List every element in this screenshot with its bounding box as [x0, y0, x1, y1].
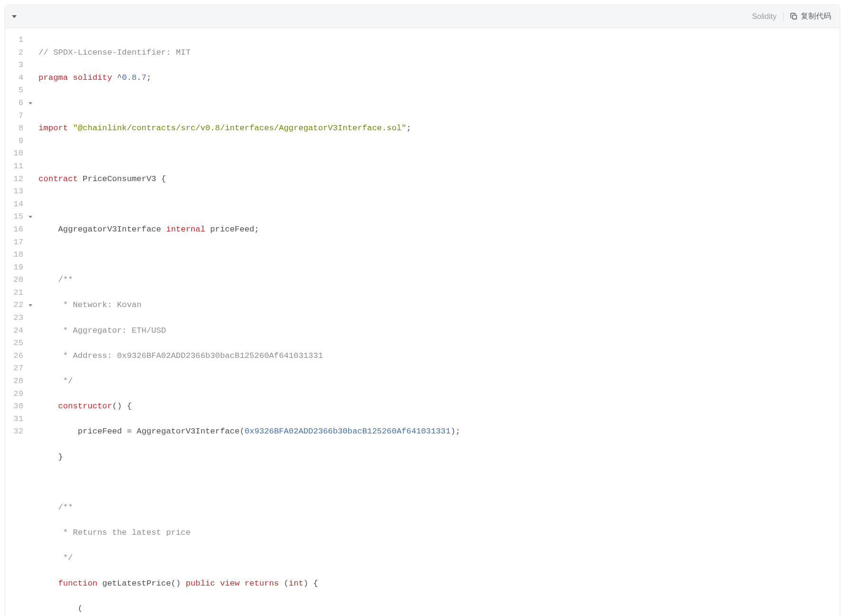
line-number: 21 — [10, 287, 24, 299]
code-line: /** — [39, 501, 840, 514]
line-number: 2 — [10, 47, 24, 59]
header-left — [12, 15, 17, 18]
code-line: ( — [39, 603, 840, 616]
code-line: function getLatestPrice() public view re… — [39, 578, 840, 590]
line-number: 4 — [10, 72, 24, 85]
code-body: 1 2 3 4 5 6 7 8 9 10 11 12 13 14 15 16 1… — [5, 28, 840, 616]
code-line: */ — [39, 375, 840, 388]
code-line: contract PriceConsumerV3 { — [39, 173, 840, 186]
header-right: Solidity 复制代码 — [752, 11, 831, 21]
line-number: 24 — [10, 325, 24, 337]
copy-button[interactable]: 复制代码 — [790, 11, 831, 21]
code-line — [39, 147, 840, 160]
code-line: // SPDX-License-Identifier: MIT — [39, 47, 840, 59]
line-number: 19 — [10, 261, 24, 274]
line-number: 20 — [10, 274, 24, 287]
line-number: 14 — [10, 198, 24, 211]
line-number: 31 — [10, 413, 24, 426]
line-number: 30 — [10, 400, 24, 413]
line-number: 11 — [10, 160, 24, 173]
line-number: 25 — [10, 337, 24, 350]
line-number: 18 — [10, 249, 24, 261]
line-number: 27 — [10, 362, 24, 375]
line-number: 29 — [10, 388, 24, 401]
language-label: Solidity — [752, 12, 777, 21]
fold-marker-icon[interactable] — [29, 216, 32, 218]
line-number: 9 — [10, 135, 24, 148]
line-number: 26 — [10, 350, 24, 363]
code-content[interactable]: // SPDX-License-Identifier: MIT pragma s… — [35, 34, 840, 616]
line-number: 3 — [10, 59, 24, 72]
code-line — [39, 476, 840, 489]
line-number: 8 — [10, 122, 24, 135]
copy-icon — [790, 13, 797, 20]
line-number: 1 — [10, 34, 24, 47]
fold-marker-icon[interactable] — [29, 304, 32, 307]
code-line: import "@chainlink/contracts/src/v0.8/in… — [39, 122, 840, 135]
line-number: 13 — [10, 185, 24, 198]
code-line: * Network: Kovan — [39, 299, 840, 312]
code-line: pragma solidity ^0.8.7; — [39, 72, 840, 85]
code-line: * Returns the latest price — [39, 527, 840, 539]
fold-marker-icon[interactable] — [29, 102, 32, 105]
divider — [783, 12, 784, 21]
fold-column — [26, 34, 35, 616]
code-line: * Address: 0x9326BFA02ADD2366b30bacB1252… — [39, 350, 840, 363]
code-line: AggregatorV3Interface internal priceFeed… — [39, 223, 840, 236]
line-number-gutter: 1 2 3 4 5 6 7 8 9 10 11 12 13 14 15 16 1… — [5, 34, 26, 616]
line-number: 32 — [10, 425, 24, 438]
line-number: 16 — [10, 223, 24, 236]
code-line — [39, 249, 840, 261]
line-number: 22 — [10, 299, 24, 312]
line-number: 17 — [10, 236, 24, 249]
code-line: } — [39, 451, 840, 464]
code-line: priceFeed = AggregatorV3Interface(0x9326… — [39, 425, 840, 438]
code-header: Solidity 复制代码 — [5, 5, 840, 28]
dropdown-icon[interactable] — [12, 15, 17, 18]
line-number: 15 — [10, 211, 24, 223]
line-number: 10 — [10, 147, 24, 160]
code-line — [39, 198, 840, 211]
code-line: */ — [39, 552, 840, 565]
code-block: Solidity 复制代码 1 2 3 4 5 6 7 8 9 10 11 12… — [5, 5, 840, 616]
line-number: 23 — [10, 312, 24, 325]
copy-label: 复制代码 — [801, 11, 831, 21]
line-number: 5 — [10, 84, 24, 97]
line-number: 7 — [10, 110, 24, 123]
line-number: 6 — [10, 97, 24, 110]
code-line: /** — [39, 274, 840, 287]
code-line — [39, 97, 840, 110]
line-number: 28 — [10, 375, 24, 388]
code-line: constructor() { — [39, 400, 840, 413]
code-line: * Aggregator: ETH/USD — [39, 325, 840, 337]
line-number: 12 — [10, 173, 24, 186]
svg-rect-0 — [793, 15, 796, 19]
